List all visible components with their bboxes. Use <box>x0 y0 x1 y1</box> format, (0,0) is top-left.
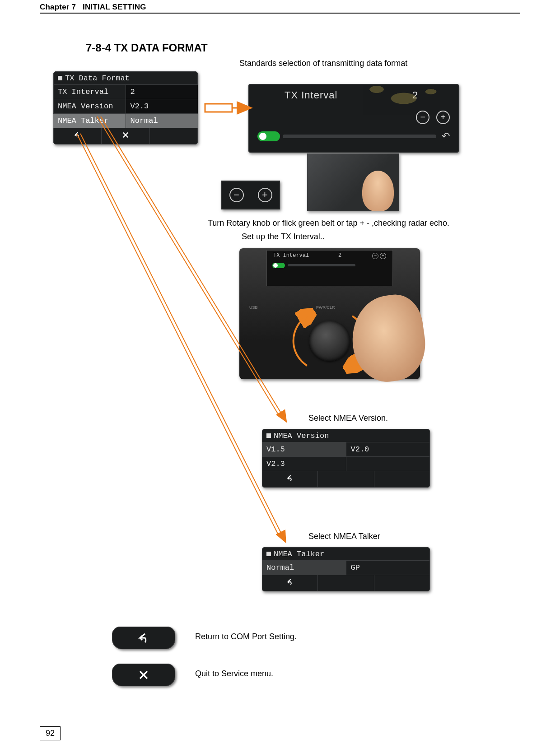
row-value: V2.3 <box>126 99 198 113</box>
square-bullet-icon <box>266 433 271 438</box>
slider-icon <box>288 264 355 266</box>
square-bullet-icon <box>266 552 271 556</box>
page-number: 92 <box>40 726 61 740</box>
green-slider[interactable] <box>283 135 436 138</box>
large-panel-label: TX Interval <box>285 89 337 101</box>
minus-icon: − <box>372 253 378 259</box>
touch-gesture-photo <box>307 153 399 211</box>
nmea-talker-label: Select NMEA Talker <box>308 532 380 541</box>
chapter-label: Chapter 7 <box>40 3 76 11</box>
finger-graphic <box>362 171 394 211</box>
back-arrow-icon <box>136 632 151 643</box>
option-normal[interactable]: Normal <box>262 561 346 575</box>
blank-button <box>374 575 430 591</box>
plus-icon: + <box>380 253 386 259</box>
back-button[interactable] <box>262 575 317 591</box>
header-title: INITIAL SETTING <box>83 3 146 11</box>
svg-line-5 <box>80 134 281 534</box>
panel-title: NMEA Talker <box>262 547 430 560</box>
option-v15[interactable]: V1.5 <box>262 442 346 456</box>
screen-value: 2 <box>338 252 341 259</box>
close-icon <box>137 669 150 680</box>
nmea-talker-panel: NMEA Talker Normal GP <box>262 547 430 591</box>
row-nmea-version[interactable]: NMEA Version V2.3 <box>53 99 198 113</box>
radar-echo-graphic <box>363 84 440 126</box>
blank-button <box>317 471 373 488</box>
page-footer: 92 <box>40 726 61 740</box>
option-gp[interactable]: GP <box>346 561 430 575</box>
nmea-version-label: Select NMEA Version. <box>308 414 388 423</box>
subtitle-text: Standards selection of transmitting data… <box>239 59 407 68</box>
row-tx-interval[interactable]: TX Interval 2 <box>53 84 198 99</box>
panel-title: TX Data Format <box>53 71 198 84</box>
quit-button-image[interactable] <box>112 664 175 686</box>
return-button-image[interactable] <box>112 627 175 649</box>
row-label: NMEA Version <box>53 99 126 113</box>
nmea-version-panel: NMEA Version V1.5 V2.0 V2.3 <box>262 429 430 488</box>
page-header: Chapter 7 INITIAL SETTING <box>40 3 520 14</box>
quit-label: Quit to Service menu. <box>195 669 273 679</box>
option-v23[interactable]: V2.3 <box>262 457 346 471</box>
option-v20[interactable]: V2.0 <box>346 442 430 456</box>
back-button[interactable] <box>262 471 317 488</box>
blank-button <box>317 575 373 591</box>
blank-button <box>374 471 430 488</box>
svg-line-4 <box>77 134 278 534</box>
row-label: TX Interval <box>53 85 126 99</box>
panel-title: NMEA Version <box>262 429 430 442</box>
back-arrow-icon <box>285 578 295 586</box>
callout-line-talker <box>77 134 294 553</box>
square-bullet-icon <box>58 76 62 80</box>
option-empty <box>346 457 430 471</box>
back-icon[interactable]: ↶ <box>442 130 450 142</box>
row-value: 2 <box>126 85 198 99</box>
back-arrow-icon <box>285 474 295 482</box>
return-label: Return to COM Port Setting. <box>195 632 297 641</box>
section-title: 7-8-4 TX DATA FORMAT <box>86 42 208 54</box>
svg-rect-0 <box>205 104 232 112</box>
